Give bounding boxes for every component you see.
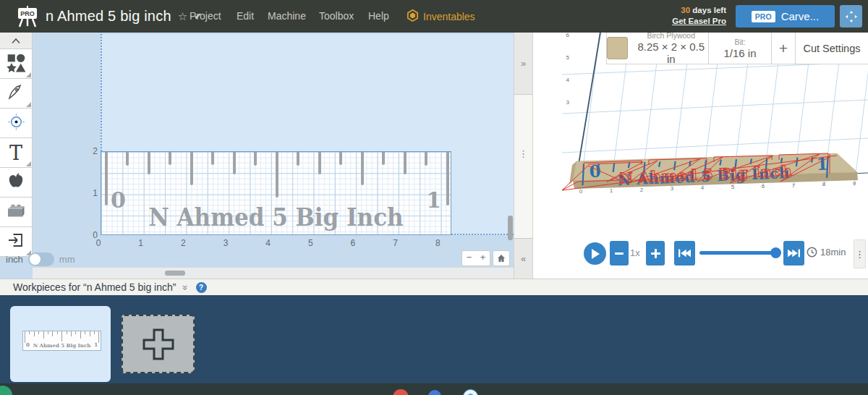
mini-ruler-tick [75,331,76,334]
ruler-tick [382,152,385,165]
material-name: Birch Plywood [634,33,708,41]
simulation-controls: 1x 18min ⋮ [533,241,868,273]
material-selector[interactable]: Birch Plywood 8.25 × 2 × 0.5 in [607,33,708,64]
zoom-home-button[interactable] [493,250,510,266]
unit-mm-label[interactable]: mm [59,254,75,265]
taskbar-app-icon-browser[interactable] [463,389,478,395]
mini-ruler-tick [52,331,53,336]
estimated-time: 18min [807,247,846,258]
skip-to-start-button[interactable] [674,241,695,266]
plus-icon [651,249,660,258]
project-title[interactable]: n Ahmed 5 big inch [46,8,171,25]
workpiece-ruler[interactable]: 0 1 N Ahmed 5 Big Inch [101,151,451,235]
shapes-tool[interactable] [0,49,33,79]
zoom-out-button[interactable]: − [462,251,476,266]
x-axis-label: 2 [179,238,187,248]
mini-ruler-tick [67,331,67,334]
expand-arrows-icon [845,10,858,23]
skip-forward-icon [788,249,800,258]
cut-settings-button[interactable]: Cut Settings [795,33,868,64]
brick-icon [7,203,25,221]
svg-text:9: 9 [853,180,856,187]
ruler-tick [169,152,171,165]
ruler-tick [318,152,321,174]
skip-back-icon [678,249,691,258]
taskbar-app-icon-red[interactable] [393,389,409,395]
cut-settings-header: Birch Plywood 8.25 × 2 × 0.5 in Bit: 1/1… [606,33,868,64]
pen-icon [7,83,25,103]
ruler-tick [190,152,193,185]
workpieces-panel: 0 1 N Ahmed 5 Big Inch [0,295,868,383]
expand-right-panel-button[interactable]: » [514,33,532,95]
days-left-number: 30 [681,6,690,14]
ruler-tick [339,152,342,165]
drill-tool[interactable] [0,109,33,138]
trial-status: 30 days left Get Easel Pro [672,5,726,27]
workpieces-bar: Workpieces for “n Ahmed 5 big inch” » ? [0,279,868,295]
add-bit-button[interactable]: + [771,33,795,64]
design-canvas[interactable]: 0 1 N Ahmed 5 Big Inch 012345678 210 − + [33,33,514,279]
x-axis-label: 3 [221,238,230,248]
svg-text:4: 4 [701,184,705,191]
ruler-tick [148,152,150,174]
taskbar-app-icon-blue[interactable] [428,390,441,395]
slider-handle[interactable] [770,247,781,258]
target-icon [7,113,25,134]
get-easel-pro-link[interactable]: Get Easel Pro [672,16,726,27]
add-workpiece-button[interactable] [122,315,195,373]
zoom-in-button[interactable]: + [476,251,490,266]
unit-inch-label[interactable]: inch [6,254,23,265]
carve-button[interactable]: PRO Carve... [736,5,835,27]
mini-ruler-tick [71,331,72,336]
os-taskbar [0,383,868,395]
sidebar-collapse-button[interactable] [0,33,33,49]
pro-badge: PRO [752,11,775,22]
help-icon[interactable]: ? [196,282,207,293]
expand-left-panel-button[interactable]: « [514,238,532,279]
apps-tool[interactable] [0,168,33,198]
material-tool[interactable] [0,198,33,227]
mini-ruler-tick [38,331,39,334]
canvas-vertical-scrollbar[interactable] [508,216,513,240]
menu-toolbox[interactable]: Toolbox [319,0,354,33]
x-axis-label: 6 [349,238,357,248]
mini-ruler-tick [98,331,99,343]
simulation-progress-slider[interactable] [699,251,779,255]
y-axis-label: 2 [83,146,98,156]
favorite-star-icon[interactable]: ☆ [178,10,187,23]
speed-down-button[interactable] [610,241,629,266]
inventables-link[interactable]: Inventables [407,0,475,33]
panel-divider: » ⋮ « [514,33,533,279]
workpieces-label: Workpieces for “n Ahmed 5 big inch” [13,281,176,293]
menu-help[interactable]: Help [368,0,389,33]
chevron-up-icon [11,38,21,44]
bit-selector[interactable]: Bit: 1/16 in [708,33,771,64]
menu-edit[interactable]: Edit [237,0,254,33]
mini-ruler-tick [80,331,81,339]
skip-to-end-button[interactable] [783,241,804,266]
svg-text:7: 7 [792,182,796,189]
menu-project[interactable]: Project [190,0,221,33]
canvas-horizontal-scroll-track[interactable] [33,267,514,279]
canvas-horizontal-scrollbar[interactable] [165,271,185,276]
text-tool[interactable]: T [0,138,33,168]
pen-tool[interactable] [0,79,33,109]
menu-machine[interactable]: Machine [268,0,306,33]
collapse-workpieces-icon[interactable]: » [181,284,192,289]
mini-ruler-tick [29,331,30,334]
svg-text:5: 5 [731,184,735,190]
divider-drag-handle[interactable]: ⋮ [514,148,532,159]
play-button[interactable] [584,242,606,265]
y-axis-label: 0 [83,230,98,240]
easel-logo-icon[interactable]: PRO [16,5,39,27]
speed-up-button[interactable] [646,241,665,266]
mini-ruler-tick [61,331,62,341]
unit-toggle-switch[interactable] [28,252,54,266]
preview-panel: 6543012345678901N Ahmed 5 Big InchN Ahme… [533,33,868,279]
import-icon [7,232,25,252]
workpiece-thumbnail-selected[interactable]: 0 1 N Ahmed 5 Big Inch [10,306,111,382]
ruler-tick [105,152,108,205]
launcher-icon[interactable] [0,386,12,395]
fullscreen-button[interactable] [840,5,862,27]
simulation-menu-button[interactable]: ⋮ [854,239,866,268]
